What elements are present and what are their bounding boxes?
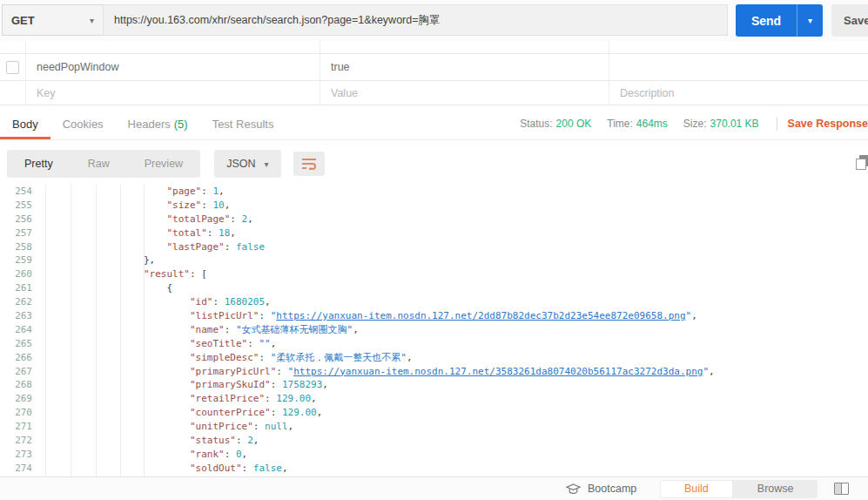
split-panes-icon[interactable]: [834, 483, 849, 495]
param-description-placeholder[interactable]: Description: [609, 81, 868, 105]
view-raw-button[interactable]: Raw: [71, 150, 127, 178]
send-button-label: Send: [736, 4, 797, 37]
param-value-placeholder[interactable]: Value: [320, 81, 609, 105]
code-text: "simpleDesc": "柔软承托，佩戴一整天也不累",: [32, 351, 413, 365]
line-number: 274: [0, 462, 32, 476]
code-line: 259 },: [0, 253, 868, 267]
bootcamp-button[interactable]: Bootcamp: [566, 483, 636, 495]
code-line: 274 "soldOut": false,: [0, 462, 868, 476]
size-value: 370.01 KB: [710, 118, 759, 130]
code-text: "seoTitle": "",: [32, 337, 276, 351]
param-description-cell[interactable]: [609, 54, 868, 80]
save-request-button[interactable]: Save: [831, 4, 868, 37]
line-number: 256: [0, 213, 32, 226]
line-number: 273: [0, 448, 32, 462]
line-number: 269: [0, 392, 32, 406]
tab-body[interactable]: Body: [0, 108, 50, 139]
chevron-down-icon: ▾: [90, 16, 94, 25]
code-line: 261 {: [0, 281, 868, 295]
code-line: 271 "unitPrice": null,: [0, 420, 868, 434]
code-line: 258 "lastPage": false: [0, 240, 868, 254]
code-text: "total": 18,: [32, 226, 236, 240]
code-text: "status": 2,: [32, 434, 259, 448]
browse-button[interactable]: Browse: [733, 480, 818, 498]
code-text: "rank": 0,: [32, 448, 247, 462]
format-select[interactable]: JSON ▾: [214, 150, 280, 178]
word-wrap-button[interactable]: [293, 152, 325, 176]
line-number: 267: [0, 365, 32, 379]
url-link[interactable]: https://yanxuan-item.nosdn.127.net/2dd87…: [276, 310, 685, 321]
indent-guide: [71, 185, 71, 476]
status-value: 200 OK: [556, 118, 592, 130]
line-number: 260: [0, 267, 32, 281]
param-key-placeholder[interactable]: Key: [26, 81, 320, 105]
code-line: 264 "name": "女式基础薄杯无钢圈文胸",: [0, 323, 868, 337]
code-text: "size": 10,: [32, 199, 230, 213]
tab-headers[interactable]: Headers (5): [116, 108, 200, 139]
line-number: 263: [0, 309, 32, 323]
tab-test-results[interactable]: Test Results: [200, 108, 286, 139]
code-line: 272 "status": 2,: [0, 434, 868, 448]
copy-response-button[interactable]: [856, 155, 868, 172]
code-text: "retailPrice": 129.00,: [32, 392, 317, 406]
word-wrap-icon: [301, 158, 317, 170]
indent-guide: [120, 185, 121, 476]
code-lines: 254 "page": 1,255 "size": 10,256 "totalP…: [0, 185, 868, 476]
param-value-cell[interactable]: true: [320, 54, 609, 80]
code-line: 260 "result": [: [0, 267, 868, 281]
code-line: 273 "rank": 0,: [0, 448, 868, 462]
chevron-down-icon: ▾: [264, 159, 268, 169]
response-meta: Status: 200 OK Time: 464ms Size: 370.01 …: [504, 117, 868, 131]
code-text: "page": 1,: [32, 185, 225, 199]
code-line: 255 "size": 10,: [0, 199, 868, 213]
bootcamp-label: Bootcamp: [588, 483, 636, 495]
url-link[interactable]: https://yanxuan-item.nosdn.127.net/35832…: [293, 366, 703, 377]
headers-count-badge: (5): [174, 118, 188, 131]
view-pretty-button[interactable]: Pretty: [7, 150, 71, 178]
response-body-code[interactable]: 254 "page": 1,255 "size": 10,256 "totalP…: [0, 185, 868, 476]
view-mode-group: Pretty Raw Preview: [7, 150, 200, 178]
save-response-button[interactable]: Save Response: [788, 118, 868, 130]
send-button[interactable]: Send ▾: [736, 4, 823, 37]
line-number: 257: [0, 226, 32, 240]
http-method-value: GET: [11, 14, 90, 27]
code-text: },: [32, 253, 155, 267]
param-key-cell[interactable]: needPopWindow: [26, 54, 320, 80]
line-number: 262: [0, 295, 32, 309]
code-line: 269 "retailPrice": 129.00,: [0, 392, 868, 406]
code-line: 257 "total": 18,: [0, 226, 868, 240]
param-enabled-checkbox[interactable]: [6, 61, 19, 74]
code-line: 262 "id": 1680205,: [0, 295, 868, 309]
line-number: 255: [0, 199, 32, 213]
indent-guide: [45, 185, 46, 476]
build-button[interactable]: Build: [661, 481, 732, 497]
code-line: 270 "counterPrice": 129.00,: [0, 406, 868, 420]
code-text: "primarySkuId": 1758293,: [32, 378, 328, 392]
line-number: 259: [0, 253, 32, 267]
line-number: 254: [0, 185, 32, 199]
code-text: "counterPrice": 129.00,: [32, 406, 322, 420]
request-bar: GET ▾ Send ▾ Save: [0, 0, 868, 41]
code-text: "totalPage": 2,: [32, 213, 253, 226]
line-number: 258: [0, 240, 32, 254]
line-number: 266: [0, 351, 32, 365]
params-table: needPopWindow true Key Value Description: [0, 41, 868, 105]
line-number: 261: [0, 281, 32, 295]
line-number: 268: [0, 378, 32, 392]
send-options-caret[interactable]: ▾: [797, 4, 823, 37]
code-line: 263 "listPicUrl": "https://yanxuan-item.…: [0, 309, 868, 323]
tab-cookies[interactable]: Cookies: [50, 108, 116, 139]
code-line: 267 "primaryPicUrl": "https://yanxuan-it…: [0, 365, 868, 379]
code-line: 265 "seoTitle": "",: [0, 337, 868, 351]
code-line: 268 "primarySkuId": 1758293,: [0, 378, 868, 392]
request-url-input[interactable]: [103, 4, 728, 36]
code-text: "name": "女式基础薄杯无钢圈文胸",: [32, 323, 359, 337]
view-preview-button[interactable]: Preview: [127, 150, 200, 178]
line-number: 272: [0, 434, 32, 448]
code-line: 256 "totalPage": 2,: [0, 213, 868, 226]
line-number: 265: [0, 337, 32, 351]
param-row-needpopwindow: needPopWindow true: [0, 54, 868, 81]
graduation-cap-icon: [566, 483, 581, 495]
http-method-select[interactable]: GET ▾: [2, 4, 103, 36]
code-text: "lastPage": false: [32, 240, 265, 254]
